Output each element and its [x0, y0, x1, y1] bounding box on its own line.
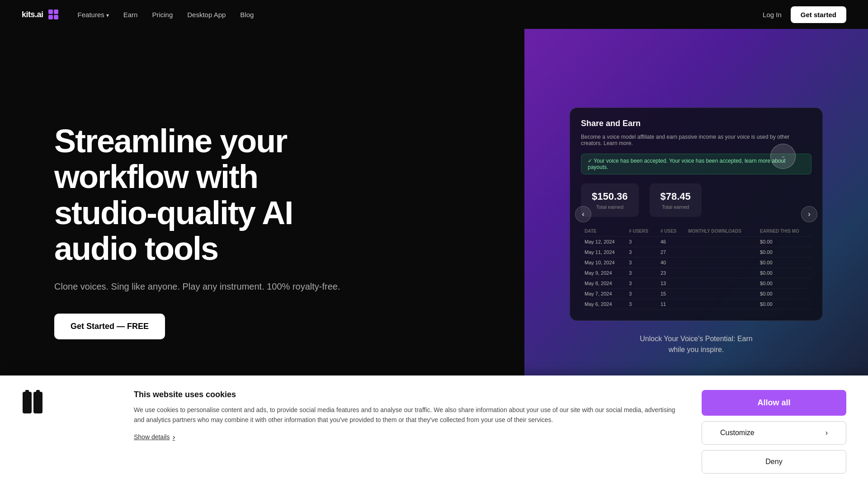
- table-row: May 11, 2024327$0.00: [581, 247, 811, 258]
- show-details-button[interactable]: Show details: [134, 432, 680, 442]
- table-row: May 6, 2024311$0.00: [581, 299, 811, 310]
- hero-section: Streamline your workflow with studio-qua…: [0, 29, 868, 434]
- carousel-caption: Unlock Your Voice's Potential: Earnwhile…: [640, 333, 752, 355]
- cookie-body: We use cookies to personalise content an…: [134, 405, 680, 425]
- stat-label-1: Total earned: [592, 204, 628, 210]
- deny-button[interactable]: Deny: [702, 450, 846, 474]
- nav-desktop-app[interactable]: Desktop App: [187, 11, 226, 19]
- customize-arrow-icon: ›: [826, 429, 828, 437]
- allow-all-button[interactable]: Allow all: [702, 390, 846, 416]
- stat-value-1: $150.36: [592, 191, 628, 202]
- cookie-banner: This website uses cookies We use cookies…: [0, 375, 868, 488]
- cookie-title: This website uses cookies: [134, 390, 680, 399]
- svg-rect-8: [25, 390, 29, 395]
- card-stats: $150.36 Total earned $78.45 Total earned: [581, 183, 811, 217]
- nav-earn[interactable]: Earn: [123, 11, 138, 19]
- stat-value-2: $78.45: [660, 191, 691, 202]
- carousel-prev-button[interactable]: ‹: [575, 206, 591, 222]
- logo[interactable]: kits.ai: [22, 8, 60, 21]
- cookie-center: This website uses cookies We use cookies…: [134, 390, 680, 442]
- hero-title: Streamline your workflow with studio-qua…: [54, 123, 344, 267]
- cookie-actions: Allow all Customize › Deny: [702, 390, 846, 474]
- table-row: May 12, 2024346$0.00: [581, 237, 811, 247]
- nav-features[interactable]: Features: [78, 11, 109, 19]
- hero-visual: → ‹ Share and Earn Become a voice model …: [524, 29, 868, 434]
- cookie-logo-icon: [22, 390, 43, 415]
- show-details-arrow-icon: [172, 432, 175, 442]
- svg-rect-9: [36, 390, 40, 395]
- try-out-badge[interactable]: →: [770, 144, 796, 169]
- svg-rect-0: [48, 9, 53, 14]
- carousel-next-button[interactable]: ›: [801, 206, 817, 222]
- table-header-uses: # USES: [657, 226, 684, 237]
- logo-text: kits.ai: [22, 10, 43, 19]
- features-chevron-icon: [106, 11, 109, 19]
- svg-rect-3: [54, 15, 58, 19]
- table-row: May 8, 2024313$0.00: [581, 278, 811, 289]
- carousel-card: Share and Earn Become a voice model affi…: [570, 108, 823, 321]
- cookie-left: [22, 390, 112, 415]
- svg-rect-1: [54, 9, 58, 14]
- nav-pricing[interactable]: Pricing: [152, 11, 173, 19]
- logo-icon: [47, 8, 60, 21]
- table-header-users: # USERS: [625, 226, 657, 237]
- nav-links: Features Earn Pricing Desktop App Blog: [78, 11, 763, 19]
- login-button[interactable]: Log In: [763, 11, 782, 19]
- get-started-nav-button[interactable]: Get started: [791, 6, 846, 23]
- stat-total-earned-2: $78.45 Total earned: [650, 183, 702, 217]
- card-title: Share and Earn: [581, 119, 811, 128]
- table-row: May 9, 2024323$0.00: [581, 268, 811, 278]
- navbar: kits.ai Features Earn Pricing Desktop Ap…: [0, 0, 868, 29]
- hero-cta-button[interactable]: Get Started — FREE: [54, 314, 165, 339]
- nav-blog[interactable]: Blog: [240, 11, 254, 19]
- table-header-date: DATE: [581, 226, 625, 237]
- customize-button[interactable]: Customize ›: [702, 421, 846, 445]
- earnings-table: DATE # USERS # USES MONTHLY DOWNLOADS EA…: [581, 226, 811, 310]
- stat-label-2: Total earned: [660, 204, 691, 210]
- table-header-downloads: MONTHLY DOWNLOADS: [684, 226, 756, 237]
- svg-rect-2: [48, 15, 53, 19]
- nav-right: Log In Get started: [763, 6, 846, 23]
- table-row: May 7, 2024315$0.00: [581, 289, 811, 299]
- table-row: May 10, 2024340$0.00: [581, 258, 811, 268]
- hero-content: Streamline your workflow with studio-qua…: [54, 123, 344, 339]
- table-header-earned: EARNED THIS MO: [756, 226, 811, 237]
- card-subtext: Become a voice model affiliate and earn …: [581, 134, 811, 146]
- hero-subtitle: Clone voices. Sing like anyone. Play any…: [54, 279, 344, 294]
